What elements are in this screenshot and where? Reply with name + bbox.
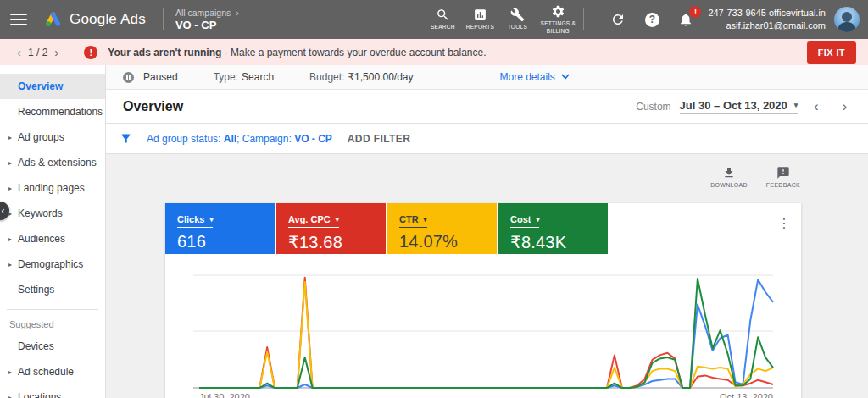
chart-line-cost <box>199 279 773 388</box>
expand-arrow-icon: ▸ <box>8 261 12 268</box>
date-prev-icon[interactable]: ‹ <box>806 99 826 114</box>
active-filter-chip[interactable]: Ad group status: All; Campaign: VO - CP <box>147 133 332 145</box>
sidebar-item-landing-pages[interactable]: ▸Landing pages <box>0 175 105 201</box>
refresh-button[interactable] <box>609 11 626 28</box>
collapse-chevron-icon: ‹ <box>2 205 5 217</box>
status-label: Paused <box>143 71 178 83</box>
chart-series <box>199 278 773 388</box>
help-button[interactable]: ? <box>643 11 660 28</box>
account-id: 247-733-9645 officevirtual.in <box>708 7 826 19</box>
search-nav-label: SEARCH <box>431 24 455 30</box>
google-ads-logo[interactable]: Google Ads <box>41 8 146 30</box>
feedback-button[interactable]: FEEDBACK <box>766 166 800 188</box>
sidebar-item-audiences[interactable]: ▸Audiences <box>0 226 105 252</box>
account-email: asif.izhar01@gmail.com <box>708 19 826 32</box>
breadcrumb-campaign[interactable]: VO - CP <box>175 19 239 31</box>
chevron-down-icon <box>561 74 569 81</box>
filter-status-value: All <box>224 133 236 145</box>
sidebar-item-settings[interactable]: Settings <box>0 277 105 302</box>
sidebar-item-keywords[interactable]: ▸Keywords <box>0 201 105 226</box>
campaign-type: Type: Search <box>214 71 274 83</box>
search-nav-button[interactable]: SEARCH <box>424 8 461 30</box>
chart-options-kebab-icon[interactable]: ⋮ <box>776 215 793 231</box>
breadcrumb-all-campaigns[interactable]: All campaigns <box>175 8 231 18</box>
topbar-actions: SEARCH REPORTS TOOLS SETTINGS & BILLING <box>424 4 860 34</box>
date-next-icon[interactable]: › <box>835 99 854 114</box>
sidebar: Overview Recommendations ▸Ad groups ▸Ads… <box>0 65 106 398</box>
alert-message: Your ads aren't running - Make a payment… <box>108 47 486 58</box>
tools-icon <box>510 8 525 22</box>
metric-card-ctr[interactable]: CTR▾ 14.07% <box>387 203 497 254</box>
filter-icon <box>120 132 132 145</box>
account-info[interactable]: 247-733-9645 officevirtual.in asif.izhar… <box>708 7 826 32</box>
menu-icon[interactable] <box>10 14 27 25</box>
metric-dropdown-icon: ▾ <box>209 216 213 224</box>
date-range-picker: Custom Jul 30 – Oct 13, 2020 ▾ ‹ › <box>636 99 854 114</box>
download-label: DOWNLOAD <box>710 182 748 188</box>
campaign-status[interactable]: Paused <box>123 71 178 83</box>
refresh-icon <box>610 12 626 27</box>
paused-icon <box>123 72 134 83</box>
campaign-status-bar: Paused Type: Search Budget: ₹1,500.00/da… <box>106 65 868 90</box>
sidebar-item-ad-schedule[interactable]: ▸Ad schedule <box>0 359 105 384</box>
fix-it-button[interactable]: FIX IT <box>807 41 856 64</box>
alert-next-icon[interactable]: › <box>47 45 65 59</box>
notification-badge: ! <box>689 6 701 18</box>
title-row: Overview Custom Jul 30 – Oct 13, 2020 ▾ … <box>106 90 868 124</box>
overview-content: DOWNLOAD FEEDBACK Clicks▾ 616 A <box>106 154 868 398</box>
add-filter-button[interactable]: ADD FILTER <box>348 133 410 145</box>
alert-prev-icon[interactable]: ‹ <box>10 45 28 59</box>
reports-nav-label: REPORTS <box>466 24 494 30</box>
google-ads-app: Google Ads All campaigns › VO - CP SEARC… <box>0 0 868 398</box>
metric-dropdown-icon: ▾ <box>536 216 539 224</box>
breadcrumb: All campaigns › VO - CP <box>175 8 239 31</box>
date-dropdown-icon: ▾ <box>794 101 798 109</box>
campaign-budget[interactable]: Budget: ₹1,500.00/day <box>309 71 413 83</box>
sidebar-item-locations[interactable]: ▸Locations <box>0 384 105 398</box>
date-range-mode: Custom <box>636 101 670 113</box>
campaign-type-value: Search <box>242 71 274 83</box>
sidebar-divider <box>7 309 98 310</box>
sidebar-section-suggested: Suggested <box>0 315 105 334</box>
alert-bar: ‹ 1 / 2 › ! Your ads aren't running - Ma… <box>0 39 868 65</box>
sidebar-item-demographics[interactable]: ▸Demographics <box>0 252 105 277</box>
help-icon: ? <box>645 13 659 27</box>
topbar-divider <box>163 8 164 30</box>
reports-icon <box>473 8 487 22</box>
x-axis-end-label: Oct 13, 2020 <box>720 392 773 398</box>
more-details-button[interactable]: More details <box>500 71 569 83</box>
brand-name: Google Ads <box>70 11 146 28</box>
overview-chart: Jul 30, 2020 Oct 13, 2020 <box>165 254 801 398</box>
main-panel: Paused Type: Search Budget: ₹1,500.00/da… <box>106 65 868 398</box>
download-button[interactable]: DOWNLOAD <box>710 166 748 188</box>
alert-pagination: 1 / 2 <box>28 47 47 58</box>
topbar-divider-2 <box>583 8 584 30</box>
alert-message-rest: - Make a payment towards your overdue ac… <box>221 47 486 58</box>
sidebar-item-recommendations[interactable]: Recommendations <box>0 99 105 124</box>
tools-nav-button[interactable]: TOOLS <box>498 8 536 30</box>
reports-nav-button[interactable]: REPORTS <box>461 8 498 30</box>
metric-card-clicks[interactable]: Clicks▾ 616 <box>165 203 275 254</box>
feedback-icon <box>776 166 790 180</box>
expand-arrow-icon: ▸ <box>8 368 12 376</box>
feedback-label: FEEDBACK <box>766 182 800 188</box>
filter-campaign-value: VO - CP <box>294 133 332 145</box>
filter-bar: Ad group status: All; Campaign: VO - CP … <box>106 124 868 154</box>
google-ads-logo-icon <box>41 8 63 30</box>
download-icon <box>722 166 736 180</box>
metric-card-cost[interactable]: Cost▾ ₹8.43K <box>498 203 608 254</box>
metric-card-avg-cpc[interactable]: Avg. CPC▾ ₹13.68 <box>276 203 386 254</box>
chart-line-ctr <box>199 282 773 388</box>
date-range-value[interactable]: Jul 30 – Oct 13, 2020 ▾ <box>680 99 798 114</box>
avg-cpc-value: ₹13.68 <box>288 232 386 252</box>
sidebar-item-overview[interactable]: Overview <box>0 74 105 99</box>
sidebar-item-devices[interactable]: Devices <box>0 334 105 359</box>
avatar[interactable] <box>834 7 860 32</box>
metric-dropdown-icon: ▾ <box>336 216 339 224</box>
settings-billing-nav-button[interactable]: SETTINGS & BILLING <box>536 4 580 34</box>
metric-dropdown-icon: ▾ <box>424 216 427 224</box>
x-axis-start-label: Jul 30, 2020 <box>199 392 250 398</box>
sidebar-item-ads-extensions[interactable]: ▸Ads & extensions <box>0 150 105 175</box>
notifications-button[interactable]: ! <box>677 11 694 28</box>
sidebar-item-ad-groups[interactable]: ▸Ad groups <box>0 124 105 150</box>
